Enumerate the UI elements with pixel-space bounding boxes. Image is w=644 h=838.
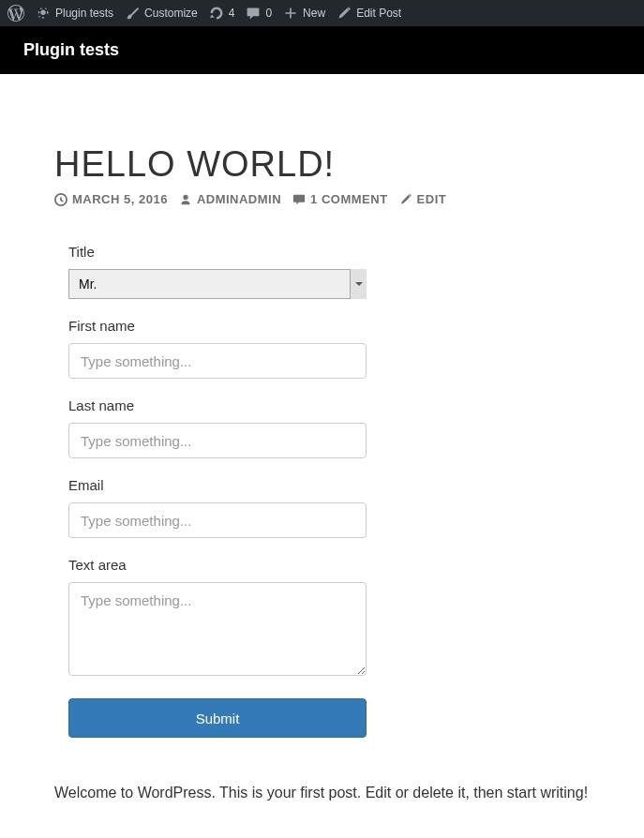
admin-bar-comments-count: 0 [265,7,272,20]
post-author-text: ADMINADMIN [197,192,281,206]
form: Title Mr. First name Last name Email Tex… [54,244,439,738]
dashboard-icon [36,6,51,21]
title-label: Title [68,244,425,260]
post-author[interactable]: ADMINADMIN [179,192,281,206]
admin-bar-updates[interactable]: 4 [209,6,235,21]
wp-admin-bar: Plugin tests Customize 4 0 New Edit Post [0,0,644,26]
wp-logo[interactable] [7,5,24,22]
textarea-label: Text area [68,557,425,573]
last-name-label: Last name [68,397,425,413]
admin-bar-new-label: New [303,7,325,20]
post-meta: MARCH 5, 2016 ADMINADMIN 1 COMMENT EDIT [54,192,590,206]
edit-pencil-icon [399,193,412,206]
email-label: Email [68,477,425,493]
site-header: Plugin tests [0,26,644,74]
admin-bar-comments[interactable]: 0 [246,6,272,21]
first-name-label: First name [68,318,425,334]
post-date[interactable]: MARCH 5, 2016 [54,192,168,206]
admin-bar-customize[interactable]: Customize [125,6,198,21]
email-input[interactable] [68,502,367,538]
comment-bubble-icon [292,193,306,206]
admin-bar-site-label: Plugin tests [55,7,113,20]
post-title: HELLO WORLD! [54,144,590,185]
last-name-input[interactable] [68,423,367,458]
first-name-input[interactable] [68,343,367,379]
submit-button[interactable]: Submit [68,698,367,738]
admin-bar-edit-post-label: Edit Post [356,7,401,20]
post-comments-link[interactable]: 1 COMMENT [292,192,388,206]
textarea-input[interactable] [68,582,367,676]
person-icon [179,193,192,206]
post-body-text: Welcome to WordPress. This is your first… [54,780,590,805]
title-select[interactable]: Mr. [68,269,367,299]
post-content: HELLO WORLD! MARCH 5, 2016 ADMINADMIN 1 … [0,74,644,824]
admin-bar-customize-label: Customize [144,7,198,20]
update-icon [209,6,224,21]
admin-bar-edit-post[interactable]: Edit Post [337,6,401,21]
post-comments-text: 1 COMMENT [310,192,388,206]
post-date-text: MARCH 5, 2016 [72,192,168,206]
brush-icon [125,6,140,21]
plus-icon [283,6,298,21]
admin-bar-new[interactable]: New [283,6,325,21]
comment-icon [246,6,261,21]
admin-bar-site-name[interactable]: Plugin tests [36,6,113,21]
site-title[interactable]: Plugin tests [23,40,119,59]
post-edit-text: EDIT [417,192,447,206]
admin-bar-updates-count: 4 [229,7,235,20]
post-edit-link[interactable]: EDIT [399,192,447,206]
pencil-icon [337,6,352,21]
clock-icon [54,193,67,206]
